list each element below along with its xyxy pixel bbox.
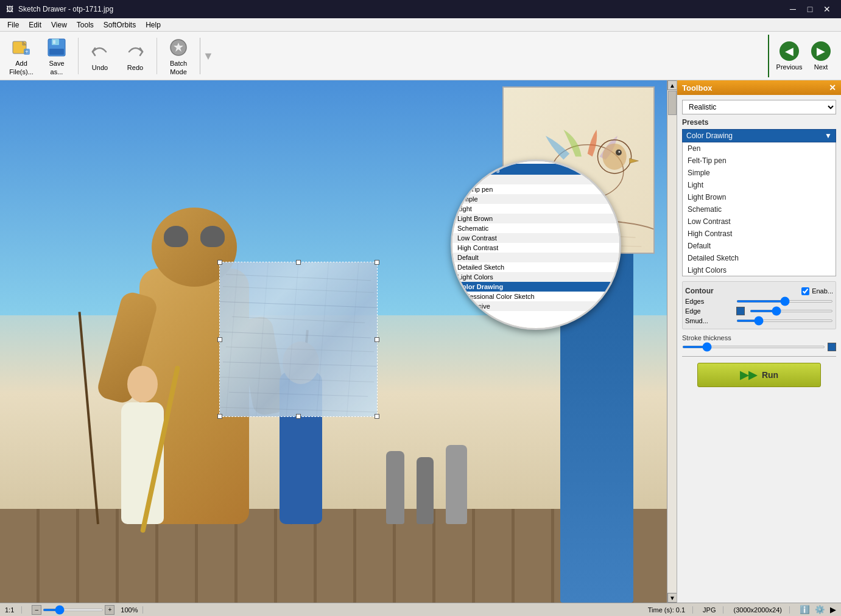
svg-text:+: + bbox=[25, 49, 28, 55]
presets-label: Presets bbox=[682, 118, 836, 127]
undo-button[interactable]: Undo bbox=[83, 35, 116, 77]
ski-pole-left bbox=[79, 312, 99, 524]
youtube-icon-button[interactable]: ▶ bbox=[830, 605, 836, 614]
status-icons: ℹ️ ⚙️ ▶ bbox=[800, 605, 836, 614]
menu-tools[interactable]: Tools bbox=[72, 19, 99, 30]
zoom-slider[interactable] bbox=[43, 609, 104, 611]
edge-slider[interactable] bbox=[750, 310, 833, 312]
zoom-level: 1:1 bbox=[5, 606, 14, 614]
batch-mode-button[interactable]: Batch Mode bbox=[162, 35, 195, 77]
svg-line-16 bbox=[220, 377, 374, 382]
toolbox-close-button[interactable]: ✕ bbox=[829, 83, 836, 93]
preset-item-light-brown[interactable]: Light Brown bbox=[683, 191, 836, 203]
stroke-thickness-slider[interactable] bbox=[682, 346, 825, 348]
run-button[interactable]: ▶▶ Run bbox=[697, 363, 820, 387]
presets-list: Pen Felt-Tip pen Simple Light Light Brow… bbox=[682, 142, 836, 276]
mag-light: Light bbox=[452, 204, 619, 214]
zoom-out-button[interactable]: – bbox=[32, 605, 41, 615]
toolbar-separator-1 bbox=[78, 38, 79, 74]
preset-item-light[interactable]: Light bbox=[683, 179, 836, 191]
preset-item-default[interactable]: Default bbox=[683, 240, 836, 252]
preset-item-pen[interactable]: Pen bbox=[683, 142, 836, 155]
save-as-button[interactable]: Save as... bbox=[40, 35, 73, 77]
zoom-controls: – + 100% bbox=[32, 605, 143, 615]
handle-ml[interactable] bbox=[217, 337, 222, 342]
preset-item-low-contrast[interactable]: Low Contrast bbox=[683, 215, 836, 228]
preset-item-detailed-sketch[interactable]: Detailed Sketch bbox=[683, 252, 836, 264]
settings-icon-button[interactable]: ⚙️ bbox=[815, 605, 825, 614]
toolbox-panel: Toolbox ✕ Realistic Presets Color Drawin… bbox=[677, 80, 841, 603]
menu-help[interactable]: Help bbox=[141, 19, 166, 30]
svg-line-10 bbox=[223, 287, 374, 293]
preset-item-simple[interactable]: Simple bbox=[683, 167, 836, 179]
next-button[interactable]: ▶ Next bbox=[806, 35, 836, 77]
close-button[interactable]: ✕ bbox=[819, 1, 835, 17]
toolbar: + Add File(s)... Save as... Undo Redo Ba… bbox=[0, 32, 841, 80]
mag-professional: Professional Color Sketch bbox=[452, 292, 619, 301]
vertical-scrollbar[interactable]: ▲ ▼ bbox=[667, 80, 677, 603]
zoom-in-button[interactable]: + bbox=[105, 605, 114, 615]
redo-button[interactable]: Redo bbox=[119, 35, 152, 77]
toolbox-body: Realistic Presets Color Drawing ▼ Pen Fe… bbox=[677, 95, 841, 603]
contour-header: Contour Enab... bbox=[685, 287, 833, 295]
maximize-button[interactable]: □ bbox=[802, 1, 818, 17]
scroll-track[interactable] bbox=[667, 90, 677, 593]
info-icon-button[interactable]: ℹ️ bbox=[800, 605, 810, 614]
mag-selected: Color Drawing bbox=[452, 164, 619, 175]
presets-selected-text: Color Drawing bbox=[686, 131, 733, 140]
smudge-slider[interactable] bbox=[736, 320, 833, 322]
preset-item-high-contrast[interactable]: High Contrast bbox=[683, 228, 836, 240]
toolbox-title: Toolbox bbox=[682, 83, 713, 93]
canvas-area[interactable]: Color Drawing Pen Felt-Tip pen Simple Li… bbox=[0, 80, 677, 603]
smudge-slider-row: Smud... bbox=[685, 317, 833, 324]
preset-item-schematic[interactable]: Schematic bbox=[683, 203, 836, 215]
mag-lightbrown: Light Brown bbox=[452, 214, 619, 223]
toolbar-more-icon[interactable]: ▼ bbox=[203, 38, 208, 74]
selection-box[interactable] bbox=[219, 262, 378, 417]
add-files-button[interactable]: + Add File(s)... bbox=[5, 35, 38, 77]
menu-bar: File Edit View Tools SoftOrbits Help bbox=[0, 18, 841, 32]
mag-simple: Simple bbox=[452, 194, 619, 204]
save-as-label: Save bbox=[49, 60, 64, 67]
scroll-up-button[interactable]: ▲ bbox=[667, 80, 677, 90]
toolbar-separator-2 bbox=[157, 38, 157, 74]
nav-buttons: ◀ Previous ▶ Next bbox=[768, 35, 836, 77]
edge-slider-row: Edge bbox=[685, 307, 833, 315]
presets-dropdown-arrow-icon: ▼ bbox=[825, 131, 832, 140]
handle-bm[interactable] bbox=[296, 414, 301, 419]
handle-br[interactable] bbox=[375, 414, 379, 419]
edge-color-swatch[interactable] bbox=[736, 307, 745, 315]
style-select[interactable]: Realistic bbox=[682, 100, 836, 114]
minimize-button[interactable]: ─ bbox=[785, 1, 801, 17]
menu-view[interactable]: View bbox=[46, 19, 72, 30]
save-as-icon bbox=[46, 37, 68, 58]
dimensions-section: (3000x2000x24) bbox=[733, 606, 790, 614]
menu-softorbits[interactable]: SoftOrbits bbox=[99, 19, 141, 30]
enable-checkbox[interactable] bbox=[801, 287, 809, 295]
scroll-thumb[interactable] bbox=[668, 91, 677, 115]
stroke-color-swatch[interactable] bbox=[828, 343, 836, 351]
menu-edit[interactable]: Edit bbox=[24, 19, 46, 30]
preset-item-light-colors[interactable]: Light Colors bbox=[683, 264, 836, 276]
previous-button[interactable]: ◀ Previous bbox=[774, 35, 804, 77]
mag-detailed: Detailed Sketch bbox=[452, 262, 619, 272]
status-bar: 1:1 – + 100% Time (s): 0.1 JPG (3000x200… bbox=[0, 603, 841, 616]
handle-tr[interactable] bbox=[375, 260, 379, 265]
edges-slider[interactable] bbox=[736, 300, 833, 303]
zoom-section: 1:1 bbox=[5, 606, 22, 614]
handle-bl[interactable] bbox=[217, 414, 222, 419]
svg-line-22 bbox=[317, 262, 329, 416]
presets-selected-display[interactable]: Color Drawing ▼ bbox=[682, 129, 836, 142]
svg-line-21 bbox=[286, 262, 298, 416]
preset-item-felt-tip[interactable]: Felt-Tip pen bbox=[683, 155, 836, 167]
mag-popart: Pop Art bbox=[452, 311, 619, 321]
run-icon: ▶▶ bbox=[740, 368, 757, 382]
sketch-strokes bbox=[220, 262, 377, 416]
handle-tm[interactable] bbox=[296, 260, 301, 265]
save-as-label2: as... bbox=[51, 68, 63, 75]
handle-mr[interactable] bbox=[375, 337, 379, 342]
scroll-down-button[interactable]: ▼ bbox=[667, 593, 677, 603]
handle-tl[interactable] bbox=[217, 260, 222, 265]
menu-file[interactable]: File bbox=[2, 19, 24, 30]
window-controls: ─ □ ✕ bbox=[785, 1, 835, 17]
